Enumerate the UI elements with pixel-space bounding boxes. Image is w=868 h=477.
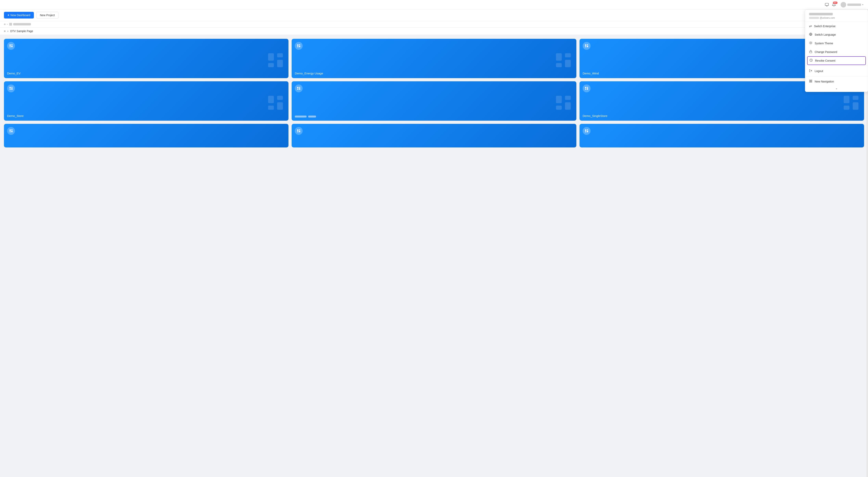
card-title-store: Demo_Store <box>7 114 285 118</box>
breadcrumb-icon-placeholder <box>9 23 12 26</box>
svg-rect-55 <box>299 131 300 132</box>
switch-enterprise-icon: ⇄ <box>809 24 812 28</box>
svg-rect-0 <box>825 3 829 5</box>
breadcrumb-menu-icon[interactable]: ≡ <box>4 23 5 26</box>
content-area: + New Dashboard New Project Page ≡ > ≡ ∨… <box>0 9 868 477</box>
svg-rect-3 <box>11 46 12 47</box>
switch-enterprise-label: Switch Enterprise <box>814 25 836 28</box>
svg-rect-41 <box>585 87 586 89</box>
svg-rect-46 <box>852 96 858 100</box>
svg-rect-16 <box>556 63 562 67</box>
card-bg-icon-ev <box>266 51 285 74</box>
breadcrumb: ≡ > <box>0 21 868 28</box>
email-placeholder <box>809 17 819 19</box>
switch-language-label: Switch Language <box>815 33 836 36</box>
notification-badge: 99+ <box>833 2 837 4</box>
svg-rect-12 <box>297 46 299 47</box>
page-section-header: ≡ ∨ DTV Sample Page <box>0 28 868 35</box>
card-icon-7 <box>7 127 15 135</box>
svg-rect-14 <box>565 53 571 58</box>
card-icon-wind <box>583 42 591 50</box>
svg-rect-36 <box>297 89 299 90</box>
new-navigation-label: New Navigation <box>815 80 834 83</box>
svg-rect-44 <box>585 89 586 90</box>
revoke-consent-icon <box>809 59 813 63</box>
card-icon-9 <box>583 127 591 135</box>
dashboard-card-8[interactable] <box>291 124 576 148</box>
menu-item-change-password[interactable]: Change Password <box>805 47 868 56</box>
svg-rect-50 <box>11 130 12 130</box>
svg-point-62 <box>810 42 811 44</box>
svg-rect-9 <box>297 44 299 46</box>
svg-rect-4 <box>10 46 11 47</box>
new-dashboard-button[interactable]: + New Dashboard <box>4 12 34 19</box>
svg-rect-15 <box>565 60 571 67</box>
svg-rect-10 <box>299 44 300 45</box>
dropdown-email-suffix: @univers.com <box>820 17 835 19</box>
svg-rect-20 <box>585 46 586 47</box>
dropdown-email: @univers.com <box>809 17 864 19</box>
change-password-label: Change Password <box>815 51 837 54</box>
svg-rect-56 <box>297 131 299 132</box>
card-title-ev: Demo_EV <box>7 72 285 75</box>
card-icon-store <box>7 85 15 92</box>
user-name-placeholder <box>847 4 861 6</box>
dashboard-card-store[interactable]: Demo_Store <box>4 81 288 121</box>
svg-rect-60 <box>585 131 586 132</box>
dashboard-card-7[interactable] <box>4 124 288 148</box>
svg-rect-54 <box>299 130 300 130</box>
section-menu-icon[interactable]: ≡ <box>4 30 5 33</box>
section-title: DTV Sample Page <box>10 30 33 33</box>
dashboard-card-5[interactable] <box>291 81 576 121</box>
svg-rect-8 <box>268 63 274 67</box>
svg-rect-32 <box>268 106 274 110</box>
new-navigation-icon <box>809 80 812 84</box>
menu-item-system-theme[interactable]: System Theme <box>805 39 868 47</box>
logout-label: Logout <box>815 69 823 73</box>
user-avatar <box>841 2 846 7</box>
card-bg-icon-energy <box>554 51 573 74</box>
toolbar-row: + New Dashboard New Project Page <box>0 9 868 21</box>
screen-share-icon-btn[interactable] <box>825 3 829 7</box>
new-project-button[interactable]: New Project <box>36 12 59 19</box>
svg-rect-42 <box>587 87 588 88</box>
svg-rect-13 <box>556 53 562 61</box>
dashboard-card-ev[interactable]: Demo_EV <box>4 39 288 78</box>
notification-icon-btn[interactable]: 99+ <box>832 3 836 7</box>
svg-rect-64 <box>809 52 812 53</box>
card-icon-singlestore <box>583 85 591 92</box>
switch-language-icon <box>809 33 812 37</box>
card-icon-ev <box>7 42 15 50</box>
menu-item-switch-enterprise[interactable]: ⇄ Switch Enterprise <box>805 22 868 30</box>
dashboard-card-energy[interactable]: Demo_Energy Usage <box>291 39 576 78</box>
section-chevron[interactable]: ∨ <box>7 30 9 32</box>
user-menu-chevron: ▾ <box>862 4 863 6</box>
svg-rect-27 <box>11 88 12 90</box>
svg-rect-2 <box>11 44 12 45</box>
svg-rect-49 <box>10 130 11 131</box>
menu-item-logout[interactable]: Logout <box>805 67 868 75</box>
card-subtitle-placeholder-5 <box>308 116 316 118</box>
svg-rect-34 <box>299 87 300 88</box>
menu-item-revoke-consent[interactable]: Revoke Consent <box>807 56 866 65</box>
menu-item-new-navigation[interactable]: New Navigation <box>805 77 868 86</box>
dashboard-grid: Demo_EV Demo_Energy Usage <box>0 35 868 151</box>
dropdown-divider-2 <box>805 76 868 76</box>
menu-item-switch-language[interactable]: Switch Language <box>805 30 868 39</box>
svg-rect-30 <box>277 96 283 100</box>
change-password-icon <box>809 50 812 54</box>
user-menu-btn[interactable]: ▾ <box>839 1 865 8</box>
svg-rect-25 <box>10 87 11 89</box>
svg-rect-28 <box>10 89 11 90</box>
card-icon-8 <box>295 127 303 135</box>
card-icon-energy <box>295 42 303 50</box>
svg-rect-45 <box>844 96 849 103</box>
svg-rect-1 <box>10 44 11 46</box>
system-theme-label: System Theme <box>815 42 833 45</box>
dashboard-card-9[interactable] <box>580 124 864 148</box>
svg-rect-11 <box>299 46 300 47</box>
svg-rect-37 <box>556 96 562 103</box>
svg-rect-39 <box>565 102 571 110</box>
toolbar-left: + New Dashboard New Project <box>4 12 59 19</box>
svg-rect-43 <box>587 88 588 90</box>
